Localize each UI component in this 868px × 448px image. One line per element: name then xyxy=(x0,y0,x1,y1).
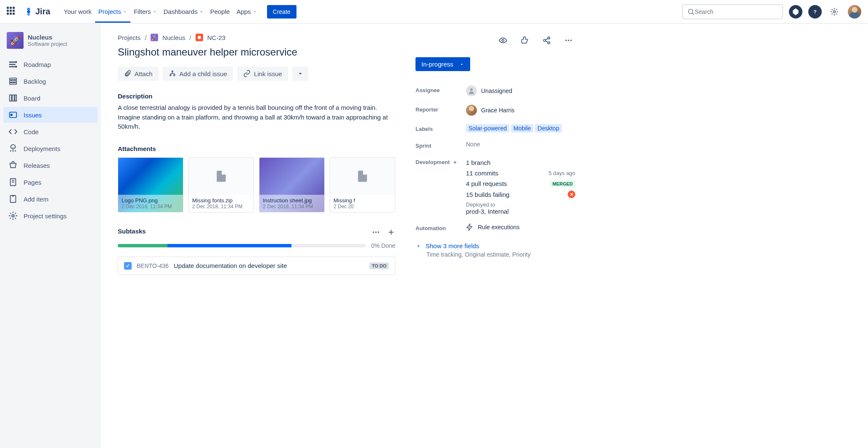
svg-point-25 xyxy=(170,74,171,76)
notifications-icon[interactable] xyxy=(789,5,802,19)
attachment-card[interactable]: Missing fonts.zip2 Dec 2018, 11:34 PM xyxy=(188,157,254,212)
share-icon[interactable] xyxy=(540,34,553,47)
sidebar-item-releases[interactable]: Releases xyxy=(3,157,98,173)
settings-icon[interactable] xyxy=(828,5,841,19)
label-tag[interactable]: Mobile xyxy=(511,124,533,133)
attach-button[interactable]: Attach xyxy=(118,66,159,81)
like-icon[interactable] xyxy=(518,34,532,47)
add-child-button[interactable]: Add a child issue xyxy=(163,66,233,81)
svg-rect-10 xyxy=(10,95,12,101)
label-tag[interactable]: Desktop xyxy=(535,124,561,133)
svg-rect-9 xyxy=(10,83,17,85)
subtask-item[interactable]: BENTO-436Update documentation on develop… xyxy=(118,257,395,275)
subtasks-more-icon[interactable] xyxy=(372,228,380,238)
plus-icon[interactable] xyxy=(453,160,458,165)
subtask-progress: 0% Done xyxy=(118,242,395,249)
labels-label: Labels xyxy=(415,124,466,132)
attachment-card[interactable]: Missing f2 Dec 20 xyxy=(330,157,395,212)
search-input[interactable] xyxy=(695,8,778,15)
svg-point-0 xyxy=(688,9,693,14)
svg-point-4 xyxy=(834,11,836,13)
file-icon xyxy=(214,170,228,183)
progress-label: 0% Done xyxy=(371,242,395,249)
issue-title[interactable]: Slingshot maneuver helper microservice xyxy=(118,46,395,58)
labels-value[interactable]: Solar-poweredMobileDesktop xyxy=(466,124,575,133)
jira-mark-icon xyxy=(24,7,34,17)
breadcrumb-projects[interactable]: Projects xyxy=(118,34,140,41)
add-subtask-icon[interactable] xyxy=(387,228,395,238)
svg-point-30 xyxy=(375,231,376,233)
project-type: Software project xyxy=(28,41,67,47)
chevron-down-icon xyxy=(459,62,464,67)
jira-logo[interactable]: Jira xyxy=(24,7,50,17)
search-box[interactable] xyxy=(682,4,783,19)
svg-point-5 xyxy=(16,61,17,63)
sprint-value[interactable]: None xyxy=(466,141,575,148)
svg-point-37 xyxy=(548,42,550,44)
label-tag[interactable]: Solar-powered xyxy=(466,124,509,133)
sidebar-item-code[interactable]: Code xyxy=(3,124,98,140)
automation-value[interactable]: Rule executions xyxy=(466,223,575,231)
sidebar-item-project-settings[interactable]: Project settings xyxy=(3,208,98,224)
topnav-filters[interactable]: Filters xyxy=(130,0,160,23)
link-icon xyxy=(243,70,251,77)
project-name: Nucleus xyxy=(28,34,67,41)
sidebar-item-issues[interactable]: Issues xyxy=(3,107,98,123)
chevron-down-icon xyxy=(415,243,421,249)
sidebar-item-pages[interactable]: Pages xyxy=(3,174,98,190)
reporter-value[interactable]: Grace Harris xyxy=(466,105,575,116)
status-dropdown[interactable]: In-progress xyxy=(415,57,470,71)
dev-prs[interactable]: 4 pull requests xyxy=(466,180,507,187)
project-header[interactable]: Nucleus Software project xyxy=(3,32,98,56)
subtask-key[interactable]: BENTO-436 xyxy=(137,262,169,269)
sidebar-item-roadmap[interactable]: Roadmap xyxy=(3,56,98,72)
topnav-projects[interactable]: Projects xyxy=(95,0,130,23)
breadcrumb-issue-key[interactable]: NC-23 xyxy=(207,34,225,41)
sidebar-item-backlog[interactable]: Backlog xyxy=(3,73,98,89)
reporter-avatar xyxy=(466,105,477,116)
child-issue-icon xyxy=(169,70,176,77)
dev-builds[interactable]: 15 builds failing xyxy=(466,191,509,198)
create-button[interactable]: Create xyxy=(267,5,296,19)
description-text[interactable]: A close terrestrial analogy is provided … xyxy=(118,103,395,132)
attachments-row: Logo PNG.png2 Dec 2018, 11:34 PMMissing … xyxy=(118,157,395,212)
sidebar-item-deployments[interactable]: Deployments xyxy=(3,140,98,156)
topnav-apps[interactable]: Apps xyxy=(233,0,260,23)
attachment-card[interactable]: Instruction sheet.jpg2 Dec 2018, 11:34 P… xyxy=(259,157,325,212)
attachments-heading: Attachments xyxy=(118,145,395,152)
user-avatar[interactable] xyxy=(848,5,861,19)
unassigned-avatar-icon xyxy=(466,85,477,96)
svg-point-42 xyxy=(570,40,572,41)
dev-branch[interactable]: 1 branch xyxy=(466,159,490,166)
breadcrumb-project[interactable]: Nucleus xyxy=(162,34,185,41)
topnav-people[interactable]: People xyxy=(207,0,233,23)
svg-line-1 xyxy=(692,13,694,15)
roadmap-icon xyxy=(8,60,18,69)
sidebar-item-add-item[interactable]: Add item xyxy=(3,191,98,207)
watch-icon[interactable] xyxy=(496,34,510,47)
subtask-status[interactable]: TO DO xyxy=(369,262,389,269)
issue-head-actions xyxy=(415,34,575,47)
development-label: Development xyxy=(415,157,466,165)
main-content: Projects / 🚀 Nucleus / NC-23 Slingshot m… xyxy=(101,24,868,448)
settings-icon xyxy=(8,211,18,220)
sidebar-item-board[interactable]: Board xyxy=(3,90,98,106)
svg-line-38 xyxy=(545,38,548,40)
dev-commits[interactable]: 11 commits xyxy=(466,170,498,177)
app-switcher-icon[interactable] xyxy=(7,7,17,17)
add-icon xyxy=(8,194,18,204)
show-more-fields[interactable]: Show 3 more fields xyxy=(415,242,575,249)
svg-rect-8 xyxy=(10,80,17,82)
deployed-env[interactable]: prod-3, Internal xyxy=(466,208,575,215)
assignee-value[interactable]: Unassigned xyxy=(466,85,575,96)
link-issue-more-button[interactable] xyxy=(292,66,308,81)
link-issue-button[interactable]: Link issue xyxy=(237,66,288,81)
attachment-card[interactable]: Logo PNG.png2 Dec 2018, 11:34 PM xyxy=(118,157,183,212)
svg-point-14 xyxy=(11,114,13,116)
topnav-your-work[interactable]: Your work xyxy=(61,0,95,23)
svg-rect-11 xyxy=(12,95,14,101)
more-actions-icon[interactable] xyxy=(562,34,575,47)
svg-rect-12 xyxy=(15,95,17,101)
help-icon[interactable]: ? xyxy=(808,5,822,19)
topnav-dashboards[interactable]: Dashboards xyxy=(160,0,207,23)
